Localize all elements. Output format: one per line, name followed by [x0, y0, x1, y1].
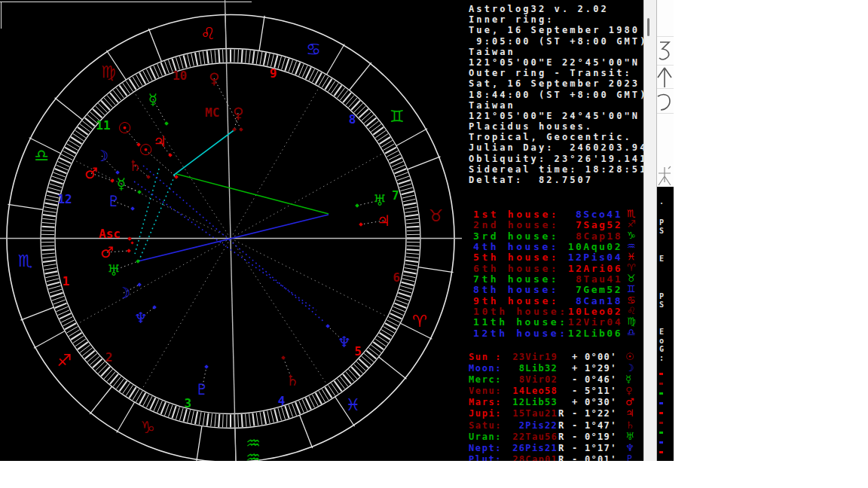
house-number: 6	[393, 270, 400, 285]
house-number: 1	[62, 274, 69, 288]
planet-icon: ♃	[625, 407, 634, 419]
planet-velocity: + 0°30'	[572, 397, 617, 407]
retrograde-flag: R	[558, 432, 564, 442]
zodiac-sign-icon: ♑	[627, 230, 636, 241]
chart-info-header: Astrolog32 v. 2.02Inner ring:Tue, 16 Sep…	[469, 4, 643, 185]
retrograde-flag: R	[558, 454, 564, 461]
extra-sign-icon: ♒	[246, 448, 261, 462]
planet-velocity: + 1°29'	[572, 363, 617, 374]
planet-row: Satu:2Pis22R- 1°47'♄	[466, 420, 643, 432]
cancer-sign-icon: ♋	[306, 40, 321, 59]
natal-moon-icon: ☽	[117, 284, 130, 302]
house-row: 2nd house:7Sag52♐	[466, 219, 643, 230]
zodiac-sign-icon: ♊	[627, 283, 636, 294]
chart-window[interactable]: ♈♉♊♋♌♍♎♏♐♑♒♓♒123456789101112☉☽☿♀♂♃♄♅♆♇☉☽…	[0, 0, 466, 461]
info-header-line: 121°05'00"E 22°45'00"N	[469, 57, 643, 68]
house-number: 4	[278, 394, 286, 408]
leo-sign-icon: ♌	[200, 24, 215, 43]
background-window-edge: .PSEPSEoG:	[656, 0, 674, 461]
house-cusp-value: 8Tau41	[541, 273, 622, 285]
taurus-sign-icon: ♉	[428, 206, 443, 225]
chart-wheel: ♈♉♊♋♌♍♎♏♐♑♒♓♒123456789101112☉☽☿♀♂♃♄♅♆♇☉☽…	[0, 0, 466, 461]
retrograde-flag: R	[558, 443, 564, 453]
clipped-color-fragment	[659, 383, 663, 385]
info-header-line: Tropical, Geocentric.	[469, 132, 643, 142]
info-header-line: 9:05:00 (ST +8:00 GMT)	[469, 36, 643, 47]
clipped-color-fragment	[659, 451, 663, 453]
capricorn-sign-icon: ♑	[140, 418, 155, 437]
planet-row: Venu:14Leo58- 5°11'♀	[466, 386, 643, 397]
info-header-line: Sidereal time: 18:28:51	[469, 164, 643, 175]
zodiac-sign-icon: ♒	[627, 240, 636, 252]
info-header-line: DeltaT: 82.7507	[469, 175, 643, 185]
transit-neptune-icon: ♆	[338, 333, 351, 351]
planet-icon: ☿	[625, 374, 631, 385]
house-number: 9	[270, 66, 277, 81]
planet-row: Jupi:15Tau21R- 1°22'♃	[466, 408, 643, 419]
house-number: 12	[57, 192, 72, 206]
planet-velocity: - 1°17'	[572, 443, 617, 453]
house-cusp-value: 7Gem52	[541, 284, 622, 295]
natal-uranus-icon: ♅	[107, 261, 121, 279]
planet-position: 14Leo58	[496, 386, 558, 396]
planet-velocity: - 1°47'	[572, 420, 617, 431]
house-row: 3rd house:8Cap18♑	[466, 230, 643, 241]
zodiac-sign-icon: ♉	[627, 273, 636, 284]
virgo-sign-icon: ♍	[101, 63, 116, 81]
planet-row: Moon:8Lib32+ 1°29'☽	[466, 363, 643, 374]
house-row: 5th house:12Pis04♓	[466, 252, 643, 262]
planet-icon: ♆	[625, 442, 634, 453]
house-number: 11	[96, 118, 110, 133]
natal-jupiter-icon: ♃	[153, 133, 167, 151]
house-row: 10th house:10Leo02♌	[466, 306, 643, 316]
clipped-text-fragment: :	[659, 354, 664, 362]
info-header-line: Taiwan	[469, 47, 643, 57]
kanji-dog-icon	[659, 166, 671, 185]
planet-velocity: - 0°19'	[572, 432, 617, 442]
hiragana-ro-icon	[659, 42, 669, 59]
asc-label: Asc	[99, 227, 121, 241]
house-row: 8th house:7Gem52♊	[466, 284, 643, 294]
info-header-line: Obliquity: 23°26'19.1416"	[469, 154, 643, 164]
planet-position: 23Vir19	[496, 352, 558, 362]
house-row: 12th house:12Lib06♎	[466, 328, 643, 338]
clipped-color-fragment	[659, 412, 663, 414]
planet-icon: ☽	[625, 362, 634, 374]
house-cusp-value: 12Vir04	[541, 316, 622, 328]
info-header-line: Astrolog32 v. 2.02	[469, 4, 643, 14]
sagittarius-sign-icon: ♐	[57, 351, 72, 370]
clipped-color-fragment	[659, 422, 663, 424]
info-header-line: Sat, 16 September 2023	[469, 78, 643, 89]
transit-mercury-icon: ☿	[148, 90, 157, 108]
planet-position: 15Tau21	[496, 408, 558, 419]
planet-velocity: - 0°46'	[572, 374, 617, 385]
desktop: ♈♉♊♋♌♍♎♏♐♑♒♓♒123456789101112☉☽☿♀♂♃♄♅♆♇☉☽…	[0, 0, 868, 488]
hiragana-tsu-icon	[658, 95, 670, 110]
pisces-sign-icon: ♓	[345, 395, 360, 414]
planet-icon: ♄	[625, 419, 634, 431]
planet-row: Sun :23Vir19+ 0°00'☉	[466, 352, 643, 363]
house-cusp-value: 8Can18	[541, 295, 622, 307]
scrollbar[interactable]	[643, 0, 657, 461]
house-number: 5	[354, 344, 362, 358]
libra-sign-icon: ♎	[34, 146, 49, 165]
house-cusp-value: 10Aqu02	[541, 241, 622, 252]
scrollbar-thumb[interactable]	[647, 18, 649, 36]
zodiac-sign-icon: ♏	[627, 208, 636, 219]
transit-pluto-icon: ♇	[195, 380, 209, 398]
clipped-text-fragment: E	[659, 328, 664, 336]
planet-icon: ♀	[625, 385, 633, 396]
house-row: 9th house:8Can18♋	[466, 295, 643, 306]
zodiac-sign-icon: ♎	[627, 327, 636, 338]
info-header-line: Tue, 16 September 1980	[469, 25, 643, 35]
planets-table: Sun :23Vir19+ 0°00'☉Moon:8Lib32+ 1°29'☽M…	[466, 352, 643, 461]
house-cusp-value: 8Sco41	[541, 209, 622, 220]
house-cusp-value: 12Pis04	[541, 252, 622, 263]
zodiac-sign-icon: ♐	[627, 218, 636, 230]
planet-position: 8Vir02	[496, 374, 558, 385]
clipped-text-fragment: S	[659, 227, 664, 235]
transit-uranus-icon: ♅	[373, 191, 387, 209]
clipped-glyphs	[657, 39, 674, 197]
planet-velocity: - 1°22'	[572, 408, 617, 419]
info-panel: Astrolog32 v. 2.02Inner ring:Tue, 16 Sep…	[466, 0, 643, 461]
